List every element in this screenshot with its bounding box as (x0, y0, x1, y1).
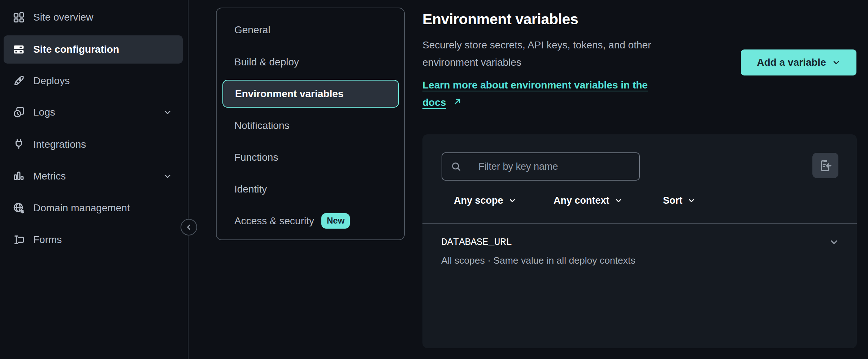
logs-icon (12, 106, 25, 119)
globe-icon (12, 202, 25, 215)
chevron-down-icon (832, 58, 841, 67)
settings-tab-build-deploy[interactable]: Build & deploy (222, 48, 399, 76)
settings-tab-access-security[interactable]: Access & security New (222, 207, 399, 235)
page-title: Environment variables (422, 11, 578, 28)
settings-tab-label: Environment variables (235, 88, 343, 100)
sidebar-item-label: Integrations (33, 139, 86, 150)
settings-tab-environment-variables[interactable]: Environment variables (222, 80, 399, 108)
sidebar: Site overview Site configuration Deploys (0, 0, 188, 359)
settings-tab-identity[interactable]: Identity (222, 175, 399, 203)
settings-tab-functions[interactable]: Functions (222, 143, 399, 171)
clipboard-import-icon (818, 158, 833, 173)
sidebar-item-forms[interactable]: Forms (4, 226, 183, 254)
sidebar-item-site-overview[interactable]: Site overview (4, 3, 183, 31)
settings-tab-label: Functions (234, 152, 278, 163)
filter-label: Any context (554, 195, 609, 206)
grid-icon (12, 11, 25, 24)
sidebar-item-label: Metrics (33, 170, 66, 182)
chevron-down-icon (162, 171, 173, 181)
subtitle-line-2: environment variables (422, 54, 651, 71)
docs-link-line-2: docs (422, 97, 446, 108)
chevron-down-icon (615, 196, 622, 204)
import-variables-button[interactable] (812, 153, 838, 178)
filter-any-context[interactable]: Any context (554, 192, 622, 209)
filter-any-scope[interactable]: Any scope (454, 192, 516, 209)
env-variable-row[interactable]: DATABASE_URL All scopes · Same value in … (422, 224, 857, 278)
page-subtitle: Securely store secrets, API keys, tokens… (422, 36, 651, 71)
form-input-icon (12, 233, 25, 246)
rocket-icon (12, 74, 25, 87)
env-variable-key: DATABASE_URL (441, 237, 512, 248)
add-variable-button[interactable]: Add a variable (741, 49, 856, 75)
sidebar-item-metrics[interactable]: Metrics (4, 162, 183, 190)
sidebar-item-label: Domain management (33, 202, 130, 214)
sidebar-item-label: Site overview (33, 12, 94, 23)
settings-tab-label: Notifications (234, 120, 290, 131)
filter-sort[interactable]: Sort (663, 192, 695, 209)
filter-key-input[interactable] (442, 152, 640, 181)
sidebar-item-deploys[interactable]: Deploys (4, 67, 183, 95)
new-badge: New (321, 213, 350, 229)
add-variable-button-label: Add a variable (757, 57, 826, 68)
external-link-arrow-icon (452, 96, 463, 107)
chevron-left-icon (184, 222, 194, 232)
sidebar-item-label: Deploys (33, 75, 70, 87)
settings-tab-general[interactable]: General (222, 16, 399, 44)
sidebar-item-logs[interactable]: Logs (4, 98, 183, 126)
settings-tab-label: Identity (234, 183, 267, 195)
settings-tab-label: Build & deploy (234, 56, 299, 68)
chevron-down-icon (687, 196, 695, 204)
sidebar-item-label: Forms (33, 234, 62, 246)
sidebar-collapse-button[interactable] (181, 219, 197, 235)
settings-tab-label: General (234, 24, 270, 36)
environment-variables-panel: Any scope Any context Sort DATABASE_URL … (422, 134, 857, 348)
sidebar-item-label: Logs (33, 107, 55, 118)
settings-tab-notifications[interactable]: Notifications (222, 112, 399, 139)
chevron-down-icon (508, 196, 516, 204)
settings-tab-label: Access & security (234, 215, 314, 227)
sidebar-item-label: Site configuration (33, 44, 119, 55)
chevron-down-icon (162, 107, 173, 117)
env-variable-meta: All scopes · Same value in all deploy co… (441, 255, 635, 266)
filter-label: Any scope (454, 195, 503, 206)
sidebar-item-domain-management[interactable]: Domain management (4, 194, 183, 222)
bar-chart-icon (12, 170, 25, 183)
plug-icon (12, 138, 25, 151)
subtitle-line-1: Securely store secrets, API keys, tokens… (422, 36, 651, 54)
server-icon (12, 43, 25, 56)
docs-link[interactable]: Learn more about environment variables i… (422, 77, 648, 111)
docs-link-line-1: Learn more about environment variables i… (422, 79, 648, 91)
filter-search (442, 152, 640, 181)
sidebar-item-integrations[interactable]: Integrations (4, 130, 183, 159)
chevron-down-icon[interactable] (829, 237, 839, 247)
sidebar-item-site-configuration[interactable]: Site configuration (4, 35, 183, 64)
site-configuration-nav: General Build & deploy Environment varia… (216, 8, 405, 240)
filter-label: Sort (663, 195, 682, 206)
